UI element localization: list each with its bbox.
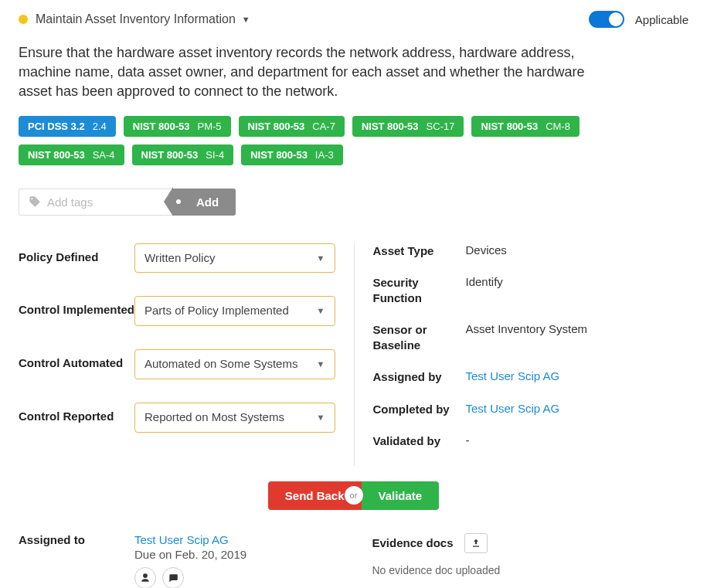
asset-type-label: Asset Type <box>373 243 466 259</box>
add-tag-button-label: Add <box>196 195 219 209</box>
framework-tag-name: PCI DSS 3.2 <box>28 121 85 132</box>
framework-tag[interactable]: NIST 800-53SA-4 <box>19 144 124 165</box>
user-icon-button[interactable] <box>134 567 156 588</box>
framework-tag[interactable]: NIST 800-53SI-4 <box>132 144 234 165</box>
policy-defined-row: Policy Defined Written Policy ▼ <box>19 243 335 274</box>
framework-tag[interactable]: NIST 800-53CA-7 <box>239 116 345 137</box>
applicable-label: Applicable <box>635 13 688 26</box>
assigned-to-user[interactable]: Test User Scip AG <box>134 533 246 546</box>
upload-evidence-button[interactable] <box>464 533 488 553</box>
control-automated-value: Automated on Some Systems <box>144 357 297 370</box>
framework-tag-name: NIST 800-53 <box>250 149 308 161</box>
chevron-down-icon: ▼ <box>242 15 250 24</box>
evidence-empty-text: No evidence doc uploaded <box>372 564 689 576</box>
description-text: Ensure that the hardware asset inventory… <box>19 43 614 102</box>
header: Maintain Asset Inventory Information ▼ A… <box>19 11 688 28</box>
page-title: Maintain Asset Inventory Information <box>36 12 236 26</box>
evidence-label: Evidence docs <box>372 536 454 549</box>
asset-type-row: Asset Type Devices <box>373 243 689 259</box>
framework-tag-code: PM-5 <box>197 121 221 132</box>
framework-tag[interactable]: NIST 800-53PM-5 <box>124 116 231 137</box>
upload-icon <box>471 538 481 549</box>
control-reported-label: Control Reported <box>19 403 134 424</box>
control-reported-select[interactable]: Reported on Most Systems ▼ <box>134 403 335 433</box>
action-row: Send Back or Validate <box>19 481 688 510</box>
status-dot-icon <box>19 15 28 24</box>
add-tags-row: Add tags Add <box>19 189 688 216</box>
controls-column: Policy Defined Written Policy ▼ Control … <box>19 243 354 466</box>
framework-tag-code: SI-4 <box>206 149 224 161</box>
framework-tag[interactable]: NIST 800-53IA-3 <box>241 144 343 165</box>
control-automated-row: Control Automated Automated on Some Syst… <box>19 349 335 379</box>
validate-label: Validate <box>379 489 423 502</box>
framework-tag[interactable]: NIST 800-53SC-17 <box>352 116 464 137</box>
sensor-baseline-row: Sensor or Baseline Asset Inventory Syste… <box>373 322 689 352</box>
control-implemented-label: Control Implemented <box>19 296 134 318</box>
control-implemented-row: Control Implemented Parts of Policy Impl… <box>19 296 335 326</box>
framework-tag-code: CM-8 <box>546 121 570 132</box>
details-column: Asset Type Devices Security Function Ide… <box>354 243 689 466</box>
framework-tag-name: NIST 800-53 <box>28 149 85 161</box>
person-icon <box>140 573 151 583</box>
validated-by-label: Validated by <box>373 433 466 449</box>
assigned-to-block: Assigned to Test User Scip AG Due on Feb… <box>19 533 354 588</box>
chat-icon <box>168 573 178 583</box>
validated-by-value: - <box>466 433 470 447</box>
chevron-down-icon: ▼ <box>317 359 325 370</box>
control-implemented-select[interactable]: Parts of Policy Implemented ▼ <box>134 296 335 326</box>
framework-tag-code: SC-17 <box>427 121 455 132</box>
assigned-by-row: Assigned by Test User Scip AG <box>373 369 689 385</box>
security-function-row: Security Function Identify <box>373 275 689 305</box>
applicable-toggle[interactable] <box>589 11 624 28</box>
control-automated-select[interactable]: Automated on Some Systems ▼ <box>134 349 335 379</box>
framework-tag-name: NIST 800-53 <box>248 121 305 132</box>
applicable-toggle-group: Applicable <box>589 11 688 28</box>
evidence-block: Evidence docs No evidence doc uploaded <box>354 533 689 588</box>
asset-type-value: Devices <box>466 243 507 257</box>
chevron-down-icon: ▼ <box>317 253 325 264</box>
bottom-row: Assigned to Test User Scip AG Due on Feb… <box>19 533 688 588</box>
main-columns: Policy Defined Written Policy ▼ Control … <box>19 243 688 466</box>
framework-tag-code: 2.4 <box>93 121 107 132</box>
tag-icon <box>29 195 41 208</box>
framework-tag-name: NIST 800-53 <box>141 149 199 161</box>
control-automated-label: Control Automated <box>19 349 134 371</box>
send-back-label: Send Back <box>285 489 345 502</box>
validate-button[interactable]: Validate <box>362 481 440 510</box>
framework-tag-code: IA-3 <box>315 149 334 161</box>
framework-tag-name: NIST 800-53 <box>362 121 419 132</box>
sensor-baseline-value: Asset Inventory System <box>466 322 588 335</box>
security-function-label: Security Function <box>373 275 466 305</box>
validated-by-row: Validated by - <box>373 433 689 449</box>
add-tags-input[interactable]: Add tags <box>19 189 173 216</box>
control-reported-value: Reported on Most Systems <box>144 410 284 423</box>
assigned-by-value[interactable]: Test User Scip AG <box>466 369 560 382</box>
completed-by-label: Completed by <box>373 402 466 417</box>
control-reported-row: Control Reported Reported on Most System… <box>19 403 335 433</box>
add-tag-button[interactable]: Add <box>173 189 236 216</box>
or-separator: or <box>345 486 363 505</box>
policy-defined-select[interactable]: Written Policy ▼ <box>134 243 335 274</box>
title-group[interactable]: Maintain Asset Inventory Information ▼ <box>19 12 250 26</box>
policy-defined-label: Policy Defined <box>19 243 134 265</box>
chevron-down-icon: ▼ <box>317 413 325 423</box>
assigned-to-label: Assigned to <box>19 533 119 546</box>
assigned-to-due: Due on Feb. 20, 2019 <box>134 548 246 561</box>
framework-tag-name: NIST 800-53 <box>133 121 190 132</box>
assigned-by-label: Assigned by <box>373 369 466 385</box>
add-tags-placeholder: Add tags <box>47 195 93 209</box>
framework-tag-code: SA-4 <box>93 149 115 161</box>
sensor-baseline-label: Sensor or Baseline <box>373 322 466 352</box>
completed-by-value[interactable]: Test User Scip AG <box>466 402 560 415</box>
framework-tag-code: CA-7 <box>312 121 335 132</box>
comment-icon-button[interactable] <box>162 567 184 588</box>
framework-tag[interactable]: PCI DSS 3.22.4 <box>19 116 116 137</box>
framework-tag[interactable]: NIST 800-53CM-8 <box>471 116 579 137</box>
completed-by-row: Completed by Test User Scip AG <box>373 402 689 417</box>
control-implemented-value: Parts of Policy Implemented <box>144 304 289 317</box>
chevron-down-icon: ▼ <box>317 306 325 317</box>
framework-tag-name: NIST 800-53 <box>481 121 538 132</box>
security-function-value: Identify <box>466 275 503 288</box>
framework-tags: PCI DSS 3.22.4NIST 800-53PM-5NIST 800-53… <box>19 116 688 165</box>
policy-defined-value: Written Policy <box>144 251 215 264</box>
